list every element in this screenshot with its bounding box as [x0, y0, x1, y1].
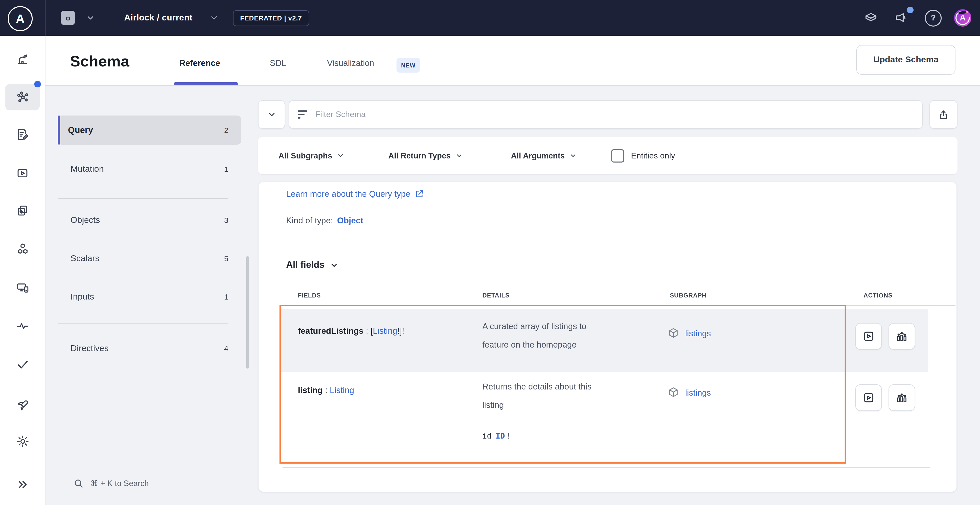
all-fields-toggle[interactable]: All fields: [286, 260, 339, 271]
typelist-item-objects[interactable]: Objects 3: [58, 206, 241, 234]
field-type-link[interactable]: Listing: [330, 386, 354, 395]
explorer-icon[interactable]: [12, 124, 33, 145]
bar-chart-icon: [895, 391, 908, 404]
federation-version-badge: FEDERATED | v2.7: [233, 10, 309, 26]
user-avatar[interactable]: A: [954, 9, 971, 27]
object-kind-link[interactable]: Object: [337, 216, 363, 225]
search-icon: [73, 478, 84, 489]
tab-sdl[interactable]: SDL: [270, 58, 286, 68]
kind-of-type-line: Kind of type:Object: [286, 216, 363, 225]
typelist-count: 4: [224, 344, 228, 353]
share-schema-button[interactable]: [929, 100, 958, 129]
page-title: Schema: [70, 53, 129, 70]
command-k-search[interactable]: ⌘ + K to Search: [73, 478, 149, 489]
chevron-down-icon: [455, 152, 463, 159]
field-insights-button[interactable]: [889, 384, 915, 411]
share-icon: [938, 109, 949, 120]
subgraph-name: listings: [685, 388, 711, 397]
filter-lines-icon: [298, 111, 307, 119]
update-schema-button[interactable]: Update Schema: [856, 45, 956, 75]
apollo-logo-icon[interactable]: A: [8, 6, 33, 31]
typelist-count: 1: [224, 164, 228, 173]
typelist-item-mutation[interactable]: Mutation 1: [58, 155, 241, 183]
page-header: Schema Reference SDL Visualization NEW U…: [45, 36, 980, 86]
settings-icon[interactable]: [12, 431, 33, 451]
chevron-down-icon: [329, 260, 339, 269]
left-nav-rail: [0, 36, 46, 505]
field-suffix: !]!: [397, 326, 404, 335]
typelist-item-inputs[interactable]: Inputs 1: [58, 282, 241, 311]
variant-chevron-down-icon[interactable]: [210, 0, 219, 36]
announcements-megaphone-icon[interactable]: [894, 0, 909, 36]
chevron-down-icon: [570, 152, 577, 159]
filter-schema-field[interactable]: [289, 100, 923, 129]
field-separator: :: [323, 386, 330, 395]
field-type-link[interactable]: Listing: [373, 326, 397, 335]
learn-more-link[interactable]: Learn more about the Query type: [286, 189, 424, 199]
page: Schema Reference SDL Visualization NEW U…: [45, 36, 980, 505]
run-in-explorer-button[interactable]: [855, 384, 882, 411]
search-hint-label: ⌘ + K to Search: [91, 479, 149, 488]
typelist-count: 1: [224, 292, 228, 301]
active-tab-underline: [174, 82, 238, 85]
column-header-fields: FIELDS: [298, 292, 321, 299]
filter-schema-input[interactable]: [314, 109, 878, 119]
entities-only-toggle[interactable]: Entities only: [611, 137, 675, 174]
field-name: featuredListings: [298, 326, 364, 335]
org-avatar[interactable]: o: [61, 11, 75, 25]
subgraph-link[interactable]: listings: [667, 386, 711, 399]
help-icon[interactable]: ?: [925, 0, 942, 36]
field-name: listing: [298, 386, 323, 395]
entities-only-checkbox[interactable]: [611, 149, 624, 162]
column-header-actions: ACTIONS: [864, 292, 892, 299]
argument-type-link[interactable]: ID: [496, 432, 505, 441]
tab-visualization[interactable]: Visualization: [327, 58, 374, 68]
field-description: Returns the details about this listing: [482, 377, 610, 414]
field-insights-button[interactable]: [889, 323, 915, 350]
graph-variant-selector[interactable]: Airlock / current: [124, 0, 192, 36]
external-link-icon: [414, 189, 424, 199]
typelist-item-query[interactable]: Query 2: [58, 116, 241, 145]
typelist-item-scalars[interactable]: Scalars 5: [58, 244, 241, 273]
launches-icon[interactable]: [12, 393, 33, 414]
kind-label: Kind of type:: [286, 216, 333, 225]
run-in-explorer-button[interactable]: [855, 323, 882, 350]
all-arguments-dropdown[interactable]: All Arguments: [511, 137, 577, 174]
field-signature: listing : Listing: [298, 386, 354, 395]
tab-reference[interactable]: Reference: [179, 58, 220, 68]
expand-sidebar-icon[interactable]: [12, 474, 33, 495]
schema-icon[interactable]: [12, 87, 33, 107]
top-bar: A o Airlock / current FEDERATED | v2.7 ?…: [0, 0, 980, 36]
typelist-count: 5: [224, 254, 228, 263]
app-window: A o Airlock / current FEDERATED | v2.7 ?…: [0, 0, 980, 505]
typelist-item-directives[interactable]: Directives 4: [58, 334, 241, 363]
table-header-divider: [285, 305, 956, 306]
org-switcher-chevron-down-icon[interactable]: [86, 0, 95, 36]
all-subgraphs-dropdown[interactable]: All Subgraphs: [278, 137, 344, 174]
sandbox-icon[interactable]: [864, 0, 878, 36]
operations-icon[interactable]: [12, 163, 33, 183]
checks-icon[interactable]: [12, 354, 33, 375]
bar-chart-icon: [895, 330, 908, 343]
typelist-count: 2: [224, 126, 228, 134]
all-fields-label: All fields: [286, 260, 325, 271]
changelog-icon[interactable]: [12, 201, 33, 221]
subgraph-link[interactable]: listings: [667, 327, 711, 339]
cube-icon: [667, 327, 679, 339]
typelist-label: Query: [68, 125, 93, 135]
clients-icon[interactable]: [12, 277, 33, 298]
typelist-scrollbar[interactable]: [246, 256, 249, 368]
subgraph-name: listings: [685, 328, 711, 338]
filter-presets-dropdown-button[interactable]: [258, 100, 285, 129]
all-return-types-dropdown[interactable]: All Return Types: [388, 137, 463, 174]
graph-variant-label: Airlock / current: [124, 13, 192, 23]
subgraphs-icon[interactable]: [12, 239, 33, 259]
all-arguments-label: All Arguments: [511, 151, 565, 160]
home-icon[interactable]: [12, 49, 33, 70]
filters-card: All Subgraphs All Return Types All Argum…: [258, 137, 958, 174]
insights-icon[interactable]: [12, 315, 33, 336]
active-item-accent-bar: [58, 116, 60, 145]
field-separator: : [: [364, 326, 373, 335]
new-badge: NEW: [396, 58, 420, 73]
typelist-label: Mutation: [70, 164, 104, 174]
